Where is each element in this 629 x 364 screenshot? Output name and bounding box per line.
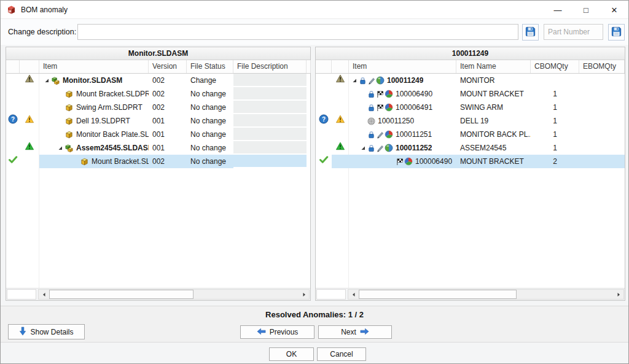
column-header-file-description[interactable]: File Description (233, 60, 307, 73)
item-cell: Assem24545.SLDASM (39, 141, 149, 155)
table-row[interactable]: Mount Bracket.SLDPRT002No change (6, 87, 310, 101)
status-cell (316, 101, 332, 114)
value-cell (233, 87, 307, 101)
scroll-corner (7, 289, 36, 300)
pencil-icon (376, 144, 384, 152)
value-cell (233, 155, 307, 168)
expander-icon[interactable] (350, 77, 359, 83)
table-row[interactable]: Mount Bracket.SLDPRT002No change (6, 155, 310, 168)
column-header-item[interactable]: Item (39, 60, 149, 73)
table-row[interactable]: 100006491SWING ARM1 (316, 101, 625, 114)
cancel-button[interactable]: Cancel (317, 347, 366, 361)
value-cell: MOUNT BRACKET (456, 87, 531, 101)
scrollbar-track[interactable] (49, 290, 299, 299)
change-description-input[interactable] (77, 24, 518, 40)
expander-icon[interactable] (42, 77, 51, 83)
item-cell: 100011250 (349, 114, 456, 128)
footer-bar: Resolved Anomalies: 1 / 2 Show Details P… (1, 306, 628, 343)
column-header-ebomqty[interactable]: EBOMQty (579, 60, 625, 73)
right-column-headers: Item Item Name CBOMQty EBOMQty (316, 60, 625, 74)
window-title: BOM anomaly (21, 6, 68, 14)
item-label: Dell 19.SLDPRT (74, 114, 130, 128)
scrollbar-thumb[interactable] (49, 290, 193, 299)
flag-icon (376, 104, 384, 112)
anomaly-cell (332, 155, 349, 168)
item-cell: Dell 19.SLDPRT (39, 114, 149, 128)
item-cell: 100011252 (349, 141, 456, 155)
column-header-item[interactable]: Item (349, 60, 456, 73)
question-icon: ? (8, 114, 18, 128)
scrollbar-thumb[interactable] (359, 290, 517, 299)
value-cell (531, 74, 579, 87)
table-row[interactable]: Assem24545.SLDASM001No change (6, 141, 310, 155)
anomaly-cell (332, 87, 349, 101)
column-header (6, 60, 20, 73)
item-label: Monitor Back Plate.SLDPRT (74, 128, 149, 141)
expander-icon[interactable] (56, 145, 64, 151)
table-row[interactable]: 100011252ASSEM245451 (316, 141, 625, 155)
save-part-number-button[interactable] (608, 24, 625, 41)
table-row[interactable]: 100006490MOUNT BRACKET1 (316, 87, 625, 101)
floppy-icon (525, 26, 536, 39)
part-icon (64, 117, 74, 126)
right-panel-title: 100011249 (316, 47, 625, 60)
table-row[interactable]: Swing Arm.SLDPRT002No change (6, 101, 310, 114)
anomaly-cell (332, 114, 349, 128)
expander-icon[interactable] (359, 145, 367, 151)
value-cell: 002 (149, 87, 187, 101)
status-cell (316, 155, 332, 168)
anomaly-cell (20, 155, 39, 168)
table-row[interactable]: ?Dell 19.SLDPRT001No change (6, 114, 310, 128)
item-label: Monitor.SLDASM (61, 74, 122, 87)
svg-text:?: ? (322, 115, 326, 122)
horizontal-scrollbar[interactable] (348, 289, 624, 300)
arrow-right-icon (360, 328, 369, 337)
toolbar: Change description: (1, 19, 628, 45)
value-cell: 2 (531, 155, 579, 168)
scroll-right-icon[interactable] (613, 290, 623, 299)
scroll-right-icon[interactable] (299, 290, 309, 299)
scroll-left-icon[interactable] (348, 290, 359, 299)
save-description-button[interactable] (522, 24, 539, 41)
close-button[interactable]: ✕ (600, 1, 628, 19)
column-header (332, 60, 349, 73)
ok-button[interactable]: OK (269, 347, 314, 361)
minimize-button[interactable]: — (544, 1, 572, 19)
next-button[interactable]: Next (318, 325, 392, 339)
column-header-item-name[interactable]: Item Name (456, 60, 531, 73)
value-cell: 1 (531, 87, 579, 101)
horizontal-scrollbar[interactable] (38, 289, 310, 300)
maximize-button[interactable]: □ (572, 1, 600, 19)
table-row[interactable]: Monitor Back Plate.SLDPRT001No change (6, 128, 310, 141)
value-cell (233, 128, 307, 141)
value-cell: No change (187, 141, 233, 155)
lock-icon (367, 104, 375, 112)
anomaly-cell (332, 101, 349, 114)
lock-icon (367, 144, 375, 152)
value-cell: Change (187, 74, 233, 87)
column-header-cbomqty[interactable]: CBOMQty (531, 60, 579, 73)
show-details-button[interactable]: Show Details (8, 324, 85, 339)
column-header-version[interactable]: Version (149, 60, 187, 73)
file-tree-panel: Monitor.SLDASM Item Version File Status … (6, 47, 311, 301)
column-header (316, 60, 332, 73)
scroll-left-icon[interactable] (39, 290, 49, 299)
value-cell: 1 (531, 101, 579, 114)
status-cell (6, 74, 20, 87)
item-cell: Swing Arm.SLDPRT (39, 101, 149, 114)
table-row[interactable]: 100011249MONITOR (316, 74, 625, 87)
assembly-icon (64, 144, 74, 153)
column-header-file-status[interactable]: File Status (187, 60, 233, 73)
part-number-input[interactable] (544, 24, 603, 40)
table-row[interactable]: ?100011250DELL 191 (316, 114, 625, 128)
scrollbar-track[interactable] (359, 290, 613, 299)
previous-button[interactable]: Previous (240, 325, 314, 339)
item-cell: 100006491 (349, 101, 456, 114)
table-row[interactable]: 100006490MOUNT BRACKET2 (316, 155, 625, 168)
right-scroll-area (316, 288, 625, 300)
status-cell (6, 128, 20, 141)
table-row[interactable]: 100011251MONITOR BACK PL...1 (316, 128, 625, 141)
item-label: 100006490 (413, 155, 452, 168)
value-cell (233, 114, 307, 128)
table-row[interactable]: Monitor.SLDASM002Change (6, 74, 310, 87)
